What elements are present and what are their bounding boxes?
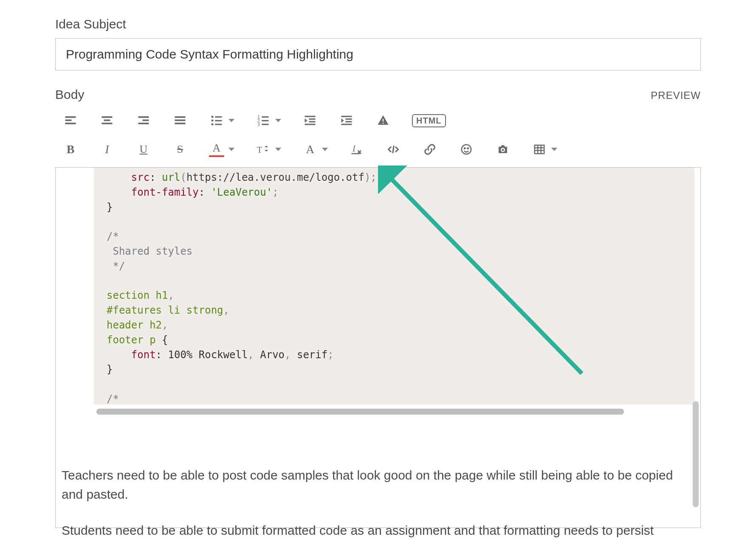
code-sample-block: src: url(https://lea.verou.me/logo.otf);… bbox=[94, 168, 694, 404]
code-token: src bbox=[131, 171, 150, 183]
svg-rect-49 bbox=[535, 145, 544, 154]
link-icon bbox=[423, 143, 436, 156]
font-size-icon: T bbox=[257, 143, 270, 156]
svg-line-43 bbox=[393, 146, 394, 153]
align-left-button[interactable] bbox=[63, 113, 78, 128]
font-size-button[interactable]: T bbox=[256, 142, 271, 157]
align-left-icon bbox=[64, 114, 77, 127]
svg-rect-24 bbox=[305, 116, 316, 117]
svg-rect-27 bbox=[309, 121, 316, 122]
insert-image-button[interactable] bbox=[495, 142, 511, 157]
svg-rect-29 bbox=[341, 116, 352, 117]
svg-rect-23 bbox=[262, 124, 268, 125]
font-size-dropdown[interactable] bbox=[275, 148, 281, 151]
text-color-dropdown[interactable] bbox=[228, 148, 234, 151]
table-dropdown[interactable] bbox=[551, 148, 557, 151]
align-justify-icon bbox=[174, 114, 186, 127]
font-family-button[interactable]: A bbox=[302, 142, 318, 157]
svg-rect-35 bbox=[383, 123, 384, 124]
align-right-button[interactable] bbox=[136, 113, 151, 128]
svg-point-48 bbox=[502, 149, 504, 151]
numbered-list-icon: 123 bbox=[257, 114, 270, 127]
svg-point-45 bbox=[464, 148, 465, 149]
svg-rect-10 bbox=[175, 120, 186, 121]
underline-button[interactable]: U bbox=[136, 142, 151, 157]
svg-rect-8 bbox=[138, 123, 149, 124]
svg-point-46 bbox=[468, 148, 469, 149]
svg-point-16 bbox=[212, 123, 214, 125]
font-family-dropdown[interactable] bbox=[322, 148, 328, 151]
text-color-button[interactable]: A bbox=[209, 142, 224, 157]
clear-formatting-button[interactable]: I bbox=[349, 142, 364, 157]
paragraph-2: Students need to be able to submit forma… bbox=[62, 521, 694, 539]
svg-rect-17 bbox=[215, 124, 222, 125]
svg-rect-0 bbox=[65, 116, 76, 118]
svg-text:3: 3 bbox=[257, 122, 260, 127]
svg-rect-6 bbox=[138, 116, 149, 118]
insert-table-button[interactable] bbox=[532, 142, 547, 157]
warning-icon bbox=[377, 114, 389, 127]
svg-rect-34 bbox=[383, 119, 384, 121]
outdent-button[interactable] bbox=[302, 113, 318, 128]
preview-link[interactable]: PREVIEW bbox=[651, 90, 701, 101]
html-source-button[interactable]: HTML bbox=[412, 114, 446, 127]
indent-button[interactable] bbox=[339, 113, 354, 128]
subject-label: Idea Subject bbox=[55, 17, 701, 31]
svg-rect-13 bbox=[215, 116, 222, 118]
svg-rect-28 bbox=[305, 124, 316, 125]
svg-rect-9 bbox=[175, 116, 186, 118]
bullet-list-icon bbox=[210, 114, 223, 127]
editor-body[interactable]: src: url(https://lea.verou.me/logo.otf);… bbox=[55, 167, 701, 528]
code-horizontal-scrollbar[interactable] bbox=[96, 409, 624, 415]
align-right-icon bbox=[137, 114, 150, 127]
svg-marker-30 bbox=[341, 118, 344, 123]
camera-icon bbox=[496, 143, 509, 156]
align-center-button[interactable] bbox=[99, 113, 115, 128]
indent-icon bbox=[340, 114, 353, 127]
bullet-list-button[interactable] bbox=[209, 113, 224, 128]
svg-marker-37 bbox=[265, 146, 268, 147]
emoji-button[interactable] bbox=[459, 142, 474, 157]
svg-text:I: I bbox=[352, 144, 356, 153]
svg-rect-7 bbox=[143, 120, 149, 121]
svg-rect-11 bbox=[175, 123, 186, 124]
svg-rect-4 bbox=[104, 120, 110, 121]
svg-rect-32 bbox=[346, 121, 352, 122]
svg-point-14 bbox=[212, 120, 214, 122]
svg-rect-21 bbox=[262, 120, 268, 121]
outdent-icon bbox=[304, 114, 316, 127]
svg-point-12 bbox=[212, 116, 214, 118]
editor-text-content[interactable]: Teachers need to be able to post code sa… bbox=[56, 415, 700, 539]
bullet-list-dropdown[interactable] bbox=[228, 119, 234, 122]
svg-rect-2 bbox=[65, 123, 76, 124]
numbered-list-button[interactable]: 123 bbox=[256, 113, 271, 128]
svg-text:T: T bbox=[257, 145, 262, 154]
svg-rect-15 bbox=[215, 120, 222, 121]
code-icon bbox=[387, 143, 400, 156]
align-justify-button[interactable] bbox=[172, 113, 188, 128]
editor-vertical-scrollbar[interactable] bbox=[693, 401, 699, 507]
numbered-list-dropdown[interactable] bbox=[275, 119, 281, 122]
svg-point-44 bbox=[462, 145, 471, 154]
italic-button[interactable]: I bbox=[99, 142, 115, 157]
editor-toolbar: 123 HTML B I U S A bbox=[55, 110, 701, 167]
clear-format-icon: I bbox=[350, 143, 363, 156]
align-center-icon bbox=[101, 114, 113, 127]
svg-rect-1 bbox=[65, 120, 72, 121]
svg-rect-5 bbox=[102, 123, 113, 124]
subject-input[interactable] bbox=[55, 38, 701, 70]
svg-marker-38 bbox=[265, 150, 268, 152]
spoiler-button[interactable] bbox=[375, 113, 391, 128]
svg-rect-19 bbox=[262, 116, 268, 118]
svg-rect-26 bbox=[309, 118, 316, 120]
table-icon bbox=[533, 143, 546, 156]
strikethrough-button[interactable]: S bbox=[172, 142, 188, 157]
paragraph-1: Teachers need to be able to post code sa… bbox=[62, 466, 694, 504]
insert-code-button[interactable] bbox=[386, 142, 401, 157]
insert-link-button[interactable] bbox=[422, 142, 437, 157]
emoji-icon bbox=[460, 143, 473, 156]
svg-marker-25 bbox=[305, 118, 307, 123]
bold-button[interactable]: B bbox=[63, 142, 78, 157]
body-label: Body bbox=[55, 87, 84, 102]
svg-rect-33 bbox=[341, 124, 352, 125]
